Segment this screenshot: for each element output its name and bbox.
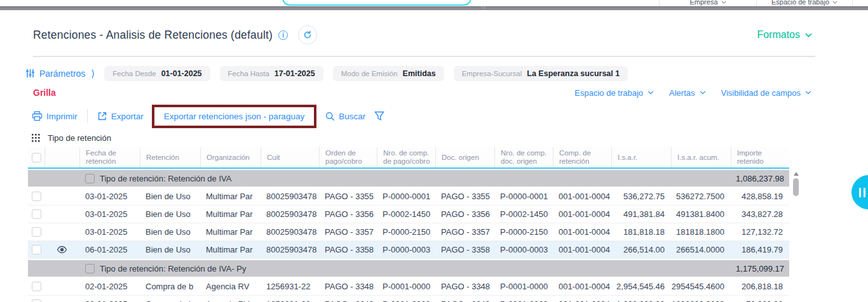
topbar-empresa-label: Empresa (689, 0, 717, 6)
param-fecha-desde[interactable]: Fecha Desde 01-01-2025 (104, 66, 210, 81)
column-header-orden-pago[interactable]: Orden de pago/cobro (319, 147, 377, 167)
parametros-toggle[interactable]: Parámetros ⟩ (25, 68, 95, 79)
table-cell: 181,818.18 (611, 223, 671, 240)
topbar-chevron-icon[interactable] (480, 1, 486, 12)
param-label: Fecha Hasta (228, 70, 269, 77)
select-all-checkbox[interactable] (32, 153, 41, 162)
group-total: 1,086,237.98 (736, 174, 789, 183)
buscar-label: Buscar (339, 112, 365, 121)
exportar-button[interactable]: Exportar (97, 111, 144, 121)
info-icon[interactable]: i (278, 30, 288, 40)
group-checkbox[interactable] (85, 264, 95, 273)
table-cell: 03-01-2025 (79, 188, 140, 205)
table-cell: PAGO - 3358 (319, 241, 377, 258)
topbar-empresa-menu[interactable]: Empresa (659, 0, 756, 6)
table-cell: PAGO - 3356 (435, 206, 494, 223)
chevron-down-icon (700, 91, 706, 95)
table-row[interactable]: 03-01-2025Bien de UsoMultimar Par8002590… (28, 188, 789, 206)
topbar-workspace-menu[interactable]: Espacio de trabajo (756, 0, 853, 6)
row-checkbox[interactable] (32, 227, 41, 237)
row-checkbox[interactable] (32, 299, 41, 302)
column-header-organizacion[interactable]: Organización (200, 147, 261, 167)
table-cell: 1256931-22 (261, 278, 319, 295)
row-checkbox[interactable] (32, 209, 41, 219)
table-row[interactable]: 03-01-2025Bien de UsoMultimar Par8002590… (28, 223, 789, 241)
scrollbar-up-arrow-icon[interactable] (794, 172, 799, 176)
row-eye-cell (44, 296, 79, 302)
table-cell: 2,954,545.46 (611, 278, 671, 295)
column-header-isar[interactable]: I.s.a.r. (611, 147, 671, 167)
column-header-comp-retencion[interactable]: Comp. de retención (553, 147, 611, 167)
param-label: Modo de Emisión (341, 70, 398, 77)
param-modo-emision[interactable]: Modo de Emisión Emitidas (333, 66, 444, 81)
table-cell: 127,132.72 (731, 223, 789, 240)
param-fecha-hasta[interactable]: Fecha Hasta 17-01-2025 (220, 66, 323, 81)
table-scrollbar[interactable] (791, 170, 801, 302)
column-header-nro-comp-pago[interactable]: Nro. de comp. de pago/cobro (377, 147, 435, 167)
eye-icon[interactable] (57, 246, 67, 254)
table-cell: 181818.1800 (671, 223, 731, 240)
buscar-button[interactable]: Buscar (325, 112, 365, 121)
table-row[interactable]: 02-01-2025Compra de bAgencia RV1256931-2… (28, 296, 789, 302)
workspace-label: Espacio de trabajo (574, 88, 643, 98)
table-cell: Bien de Uso (140, 206, 200, 223)
topbar-search-box[interactable] (282, 0, 471, 6)
table-cell: Multimar Par (200, 188, 261, 205)
row-checkbox-cell (28, 296, 44, 302)
parameters-row: Parámetros ⟩ Fecha Desde 01-01-2025 Fech… (25, 65, 840, 82)
table-cell: 266514.0000 (671, 241, 731, 258)
group-checkbox[interactable] (85, 174, 95, 183)
param-empresa-sucursal[interactable]: Empresa-Sucursal La Esperanza sucursal 1 (454, 66, 628, 81)
page: Retenciones - Analisis de Retenciones (d… (0, 24, 868, 302)
row-checkbox-cell (28, 278, 44, 295)
imprimir-button[interactable]: Imprimir (32, 111, 78, 121)
scrollbar-thumb[interactable] (793, 178, 799, 196)
search-icon (325, 112, 335, 121)
column-header-nro-comp-doc[interactable]: Nro. de comp. doc. origen (494, 147, 553, 167)
header-eye-cell (44, 147, 79, 167)
exportar-json-button[interactable]: Exportar retenciones json - paraguay (164, 112, 304, 121)
groupby-row: Tipo de retención (32, 130, 840, 145)
chevron-down-icon (805, 91, 811, 95)
row-checkbox[interactable] (32, 245, 41, 254)
visibilidad-dropdown[interactable]: Visibilidad de campos (721, 88, 812, 98)
table-cell: P-0001-0002 (494, 296, 553, 302)
grid-handle-icon[interactable] (32, 134, 40, 142)
filter-button[interactable] (374, 111, 384, 121)
table-cell: P-0000-2150 (377, 223, 435, 240)
refresh-button[interactable] (298, 25, 317, 44)
formatos-dropdown[interactable]: Formatos (757, 29, 812, 41)
table-cell: 02-01-2025 (79, 296, 140, 302)
param-value: La Esperanza sucursal 1 (527, 69, 620, 78)
view-links: Espacio de trabajo Alertas Visibilidad d… (574, 88, 811, 98)
grilla-tab[interactable]: Grilla (33, 88, 56, 98)
column-header-isar-acum[interactable]: I.s.a.r. acum. (671, 147, 731, 167)
table-cell: PAGO - 3348 (435, 278, 494, 295)
column-header-importe[interactable]: Importe retenido (731, 147, 789, 167)
visibilidad-label: Visibilidad de campos (721, 88, 801, 98)
table-cell: 001-001-0004 (553, 241, 611, 258)
table-cell: 1,000,000.00 (611, 296, 671, 302)
column-header-cuit[interactable]: Cuit (261, 147, 319, 167)
group-row[interactable]: Tipo de retención: Retención de IVA- Py1… (28, 260, 789, 277)
table-cell: 03-01-2025 (79, 223, 140, 240)
table-row[interactable]: 03-01-2025Bien de UsoMultimar Par8002590… (28, 206, 789, 223)
table-cell: Compra de b (140, 296, 200, 302)
column-header-retencion[interactable]: Retención (140, 147, 200, 167)
table-body: Tipo de retención: Retención de IVA1,086… (28, 170, 789, 302)
param-value: Emitidas (403, 69, 436, 78)
row-checkbox[interactable] (32, 282, 41, 291)
table-cell: 1000000.0000 (671, 296, 731, 302)
page-title: Retenciones - Analisis de Retenciones (d… (33, 29, 273, 42)
annotation-highlight-box: Exportar retenciones json - paraguay (152, 105, 316, 128)
alertas-dropdown[interactable]: Alertas (669, 88, 705, 98)
group-row[interactable]: Tipo de retención: Retención de IVA1,086… (28, 170, 789, 187)
column-header-doc-origen[interactable]: Doc. origen (435, 147, 494, 167)
table-cell: PAGO - 3348 (319, 278, 377, 295)
row-checkbox[interactable] (32, 192, 41, 201)
table-row[interactable]: 02-01-2025Compra de bAgencia RV1256931-2… (28, 278, 789, 296)
workspace-dropdown[interactable]: Espacio de trabajo (574, 88, 654, 98)
table-cell: P-0000-0003 (377, 241, 435, 258)
column-header-fecha[interactable]: Fecha de retención (79, 147, 140, 167)
table-row[interactable]: 06-01-2025Bien de UsoMultimar Par8002590… (28, 241, 789, 259)
